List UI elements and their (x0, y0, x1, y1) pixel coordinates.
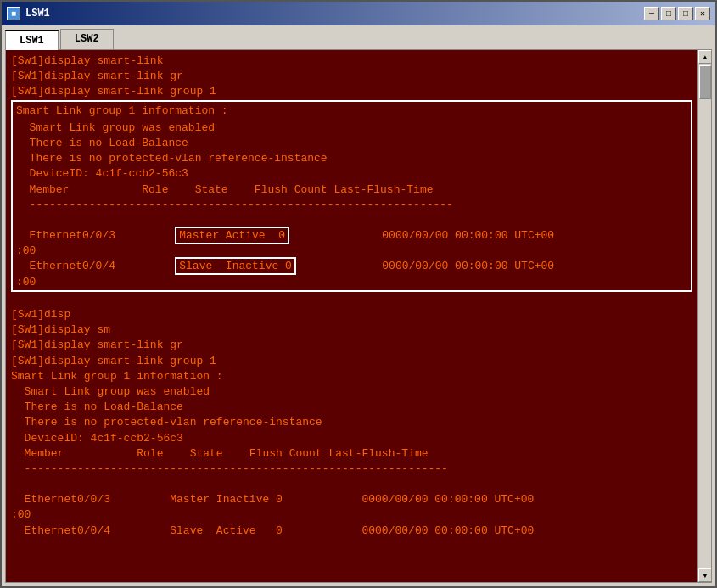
terminal-line: :00 (11, 275, 692, 292)
terminal-line: Smart Link group was enabled (11, 384, 692, 400)
title-buttons: ─ □ □ ✕ (644, 7, 710, 20)
terminal-line: Ethernet0/0/3 Master Inactive 0 0000/00/… (11, 492, 692, 507)
terminal-container: [Sw1]display smart-link[SW1]display smar… (5, 49, 712, 583)
terminal-line: [SW1]display smart-link group 1 (11, 354, 692, 369)
terminal-line: [Sw1]display smart-link (11, 53, 692, 69)
terminal-line (11, 477, 692, 492)
terminal-line: Member Role State Flush Count Last-Flush… (11, 182, 692, 198)
terminal-line: ----------------------------------------… (11, 462, 692, 477)
scrollbar: ▲ ▼ (697, 50, 711, 582)
terminal-line: Smart Link group was enabled (11, 120, 692, 136)
terminal-line: Member Role State Flush Count Last-Flush… (11, 446, 692, 462)
window-title: LSW1 (25, 8, 50, 20)
terminal-line: Ethernet0/0/4 Slave Inactive 0 0000/00/0… (11, 259, 692, 274)
terminal-line: [SW1]display sm (11, 322, 692, 338)
minimize-button[interactable]: □ (661, 7, 676, 20)
minimize-icon: □ (666, 9, 671, 19)
main-window: ■ LSW1 ─ □ □ ✕ LSW1 LSW2 [Sw1]display sm… (0, 0, 717, 588)
highlight-box-1: Master Active 0 (175, 227, 289, 244)
scroll-thumb[interactable] (699, 65, 711, 99)
scroll-up-button[interactable]: ▲ (698, 50, 712, 64)
terminal-line: :00 (11, 244, 692, 259)
close-icon: ✕ (700, 8, 705, 19)
maximize-button[interactable]: □ (678, 7, 693, 20)
restore-button[interactable]: ─ (644, 7, 659, 20)
title-bar: ■ LSW1 ─ □ □ ✕ (2, 2, 715, 25)
terminal-line: There is no protected-vlan reference-ins… (11, 415, 692, 430)
terminal-line: Smart Link group 1 information : (11, 100, 692, 120)
terminal-line: There is no Load-Balance (11, 400, 692, 415)
scroll-down-button[interactable]: ▼ (698, 568, 712, 582)
scroll-down-icon: ▼ (703, 572, 708, 580)
terminal-output[interactable]: [Sw1]display smart-link[SW1]display smar… (6, 50, 697, 582)
scroll-track[interactable] (698, 64, 711, 568)
terminal-line: [SW1]display smart-link gr (11, 69, 692, 84)
terminal-line: Ethernet0/0/3 Master Active 0 0000/00/00… (11, 228, 692, 244)
terminal-line (11, 213, 692, 228)
terminal-line: Smart Link group 1 information : (11, 369, 692, 384)
terminal-line: [Sw1]disp (11, 307, 692, 322)
terminal-line: :00 (11, 507, 692, 523)
title-bar-left: ■ LSW1 (7, 7, 50, 20)
close-button[interactable]: ✕ (695, 7, 710, 20)
terminal-line: [SW1]display smart-link group 1 (11, 84, 692, 99)
tab-lsw1[interactable]: LSW1 (5, 30, 59, 50)
terminal-line: ----------------------------------------… (11, 198, 692, 213)
restore-icon: ─ (649, 9, 654, 19)
terminal-line: There is no Load-Balance (11, 136, 692, 151)
scroll-up-icon: ▲ (703, 53, 708, 61)
terminal-line (11, 292, 692, 307)
terminal-line: [SW1]display smart-link gr (11, 338, 692, 353)
terminal-line: DeviceID: 4c1f-ccb2-56c3 (11, 166, 692, 182)
terminal-line: DeviceID: 4c1f-ccb2-56c3 (11, 431, 692, 446)
tab-bar: LSW1 LSW2 (2, 25, 715, 49)
terminal-line: There is no protected-vlan reference-ins… (11, 151, 692, 166)
highlight-box-2: Slave Inactive 0 (175, 257, 296, 275)
app-icon: ■ (7, 7, 20, 20)
tab-lsw2[interactable]: LSW2 (60, 29, 114, 49)
terminal-line: Ethernet0/0/4 Slave Active 0 0000/00/00 … (11, 524, 692, 539)
